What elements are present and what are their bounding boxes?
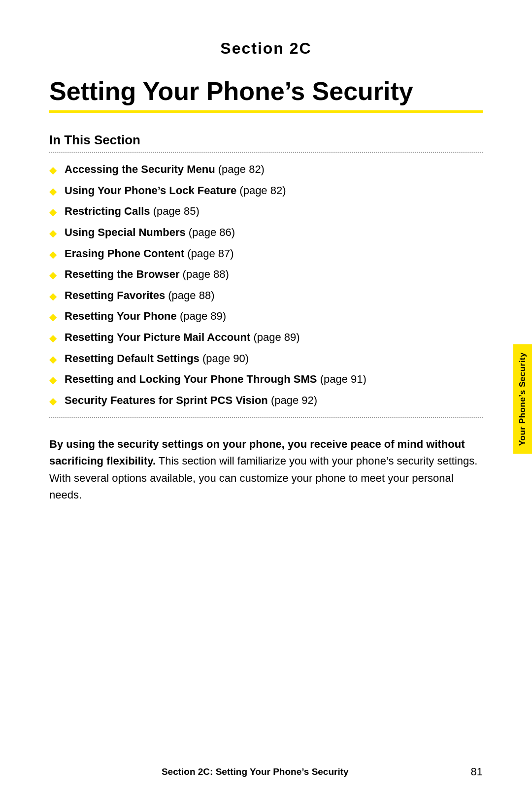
toc-item-normal: (page 82) — [236, 184, 286, 197]
list-item: ◆Accessing the Security Menu (page 82) — [49, 163, 483, 177]
dotted-line-bottom — [49, 417, 483, 418]
in-this-section-header: In This Section — [49, 133, 483, 148]
section-label: Section 2C — [49, 39, 483, 58]
sidebar-tab-label: Your Phone’s Security — [518, 352, 528, 446]
list-item: ◆Resetting and Locking Your Phone Throug… — [49, 372, 483, 387]
toc-item-normal: (page 92) — [268, 394, 317, 406]
footer-page-number: 81 — [471, 765, 483, 778]
toc-item-bold: Security Features for Sprint PCS Vision — [65, 394, 268, 406]
toc-item-text: Accessing the Security Menu (page 82) — [65, 163, 265, 177]
toc-item-text: Resetting Default Settings (page 90) — [65, 352, 249, 366]
toc-item-bold: Restricting Calls — [65, 205, 150, 217]
toc-item-text: Using Special Numbers (page 86) — [65, 226, 235, 240]
toc-item-normal: (page 86) — [186, 226, 235, 238]
diamond-icon: ◆ — [49, 310, 57, 323]
toc-item-bold: Accessing the Security Menu — [65, 163, 215, 175]
description-text: By using the security settings on your p… — [49, 436, 483, 503]
toc-item-text: Restricting Calls (page 85) — [65, 204, 200, 219]
list-item: ◆Using Your Phone’s Lock Feature (page 8… — [49, 184, 483, 198]
list-item: ◆Using Special Numbers (page 86) — [49, 226, 483, 240]
diamond-icon: ◆ — [49, 353, 57, 366]
diamond-icon: ◆ — [49, 395, 57, 407]
diamond-icon: ◆ — [49, 268, 57, 281]
diamond-icon: ◆ — [49, 290, 57, 302]
toc-item-normal: (page 85) — [150, 205, 200, 217]
diamond-icon: ◆ — [49, 205, 57, 218]
list-item: ◆Resetting Default Settings (page 90) — [49, 352, 483, 366]
toc-item-normal: (page 89) — [250, 331, 299, 343]
diamond-icon: ◆ — [49, 227, 57, 239]
toc-item-bold: Resetting Default Settings — [65, 352, 200, 365]
footer-text: Section 2C: Setting Your Phone’s Securit… — [49, 766, 461, 777]
toc-item-text: Resetting Your Picture Mail Account (pag… — [65, 331, 300, 345]
toc-item-bold: Resetting Your Picture Mail Account — [65, 331, 250, 343]
diamond-icon: ◆ — [49, 185, 57, 198]
page-container: Section 2C Setting Your Phone’s Security… — [0, 0, 532, 798]
toc-item-text: Erasing Phone Content (page 87) — [65, 247, 234, 261]
list-item: ◆Resetting Favorites (page 88) — [49, 289, 483, 303]
page-title: Setting Your Phone’s Security — [49, 77, 483, 105]
toc-item-text: Using Your Phone’s Lock Feature (page 82… — [65, 184, 286, 198]
toc-item-normal: (page 88) — [165, 289, 214, 301]
toc-item-bold: Resetting and Locking Your Phone Through… — [65, 373, 317, 385]
list-item: ◆Restricting Calls (page 85) — [49, 204, 483, 219]
toc-item-text: Resetting and Locking Your Phone Through… — [65, 372, 366, 387]
toc-item-text: Resetting Favorites (page 88) — [65, 289, 214, 303]
dotted-line-top — [49, 152, 483, 153]
toc-item-bold: Using Your Phone’s Lock Feature — [65, 184, 236, 197]
footer: Section 2C: Setting Your Phone’s Securit… — [0, 765, 532, 778]
toc-item-bold: Resetting Favorites — [65, 289, 165, 301]
toc-item-bold: Resetting Your Phone — [65, 310, 177, 322]
toc-item-normal: (page 91) — [317, 373, 366, 385]
toc-list: ◆Accessing the Security Menu (page 82)◆U… — [49, 163, 483, 407]
list-item: ◆Resetting Your Picture Mail Account (pa… — [49, 331, 483, 345]
diamond-icon: ◆ — [49, 164, 57, 176]
list-item: ◆Resetting the Browser (page 88) — [49, 267, 483, 282]
toc-item-normal: (page 88) — [180, 268, 229, 280]
toc-item-normal: (page 82) — [215, 163, 265, 175]
toc-item-normal: (page 89) — [177, 310, 226, 322]
toc-item-bold: Resetting the Browser — [65, 268, 180, 280]
list-item: ◆Erasing Phone Content (page 87) — [49, 247, 483, 261]
toc-item-bold: Using Special Numbers — [65, 226, 186, 238]
diamond-icon: ◆ — [49, 332, 57, 344]
toc-item-normal: (page 87) — [184, 247, 233, 260]
list-item: ◆Resetting Your Phone (page 89) — [49, 309, 483, 324]
list-item: ◆Security Features for Sprint PCS Vision… — [49, 394, 483, 408]
toc-item-text: Resetting Your Phone (page 89) — [65, 309, 226, 324]
diamond-icon: ◆ — [49, 373, 57, 386]
toc-item-normal: (page 90) — [200, 352, 249, 365]
toc-item-bold: Erasing Phone Content — [65, 247, 184, 260]
diamond-icon: ◆ — [49, 248, 57, 261]
toc-item-text: Security Features for Sprint PCS Vision … — [65, 394, 317, 408]
toc-item-text: Resetting the Browser (page 88) — [65, 267, 229, 282]
title-underline — [49, 110, 483, 113]
sidebar-tab: Your Phone’s Security — [513, 344, 532, 454]
